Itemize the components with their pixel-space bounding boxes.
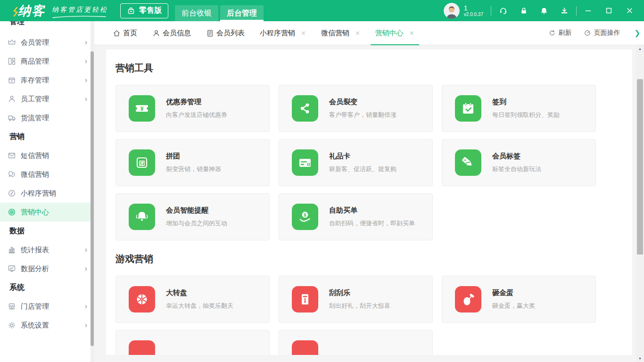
card[interactable]: 大转盘 幸运大转盘，抽奖乐翻天: [116, 276, 270, 323]
card-desc: 砸金蛋，赢大奖: [492, 302, 535, 310]
sidebar-entry[interactable]: 统计报表 ›: [0, 240, 94, 259]
chevron-right-icon: ›: [85, 95, 87, 103]
service-icon[interactable]: [499, 6, 508, 15]
tab-close-icon[interactable]: ✕: [409, 30, 414, 37]
sidebar-entry[interactable]: 系统 ›: [0, 278, 94, 297]
refresh-button[interactable]: 刷新: [548, 29, 571, 37]
svg-text:团: 团: [139, 160, 145, 167]
scroll-up-icon[interactable]: ▲: [636, 45, 644, 52]
refresh-icon: [548, 29, 556, 37]
sidebar-entry[interactable]: 库存管理 ›: [0, 71, 94, 90]
logo-yellow-accent: [13, 7, 18, 17]
sidebar-entry[interactable]: 管理 ›: [0, 21, 94, 33]
card[interactable]: 刮刮乐 刮出好礼，刮开大惊喜: [279, 276, 433, 323]
main-scrollbar[interactable]: ▲ ▼: [636, 45, 644, 362]
sidebar-scrollbar-thumb[interactable]: [91, 51, 94, 346]
window-controls: [584, 7, 634, 15]
maximize-icon[interactable]: [605, 7, 613, 15]
sidebar-entry[interactable]: 数据 ›: [0, 222, 94, 240]
logo-text: 纳客: [18, 4, 45, 18]
sidebar-entry[interactable]: 数据分析 ›: [0, 259, 94, 278]
tab[interactable]: 首页 ✕: [106, 21, 144, 45]
card[interactable]: 团 拼团 裂变营销，销量神器: [116, 139, 270, 186]
svg-text:¥: ¥: [140, 106, 144, 112]
card[interactable]: 签到 每日签到领取积分、奖励: [442, 85, 596, 132]
sidebar-entry[interactable]: 系统设置 ›: [0, 316, 94, 335]
report-icon: [8, 246, 16, 254]
card-title: 会员智能提醒: [166, 206, 227, 215]
topbar-divider-2: [576, 6, 577, 16]
checkin-icon: [455, 95, 481, 122]
user-block[interactable]: 1 v2.0.0.37: [444, 3, 483, 19]
tabbar: 首页 ✕ 会员信息 ✕ 会员列表 ✕ 小程序营销 ✕: [94, 21, 644, 45]
card-title: 优惠券管理: [166, 98, 227, 107]
card-title: 拼团: [166, 152, 221, 161]
marketing-panel: 营销工具 ¥ 优惠券管理 向客户发送店铺优惠券: [106, 49, 632, 355]
target-icon: [8, 208, 16, 216]
card[interactable]: 砸金蛋 砸金蛋，赢大奖: [442, 276, 596, 323]
tab[interactable]: 会员列表 ✕: [199, 21, 251, 45]
tab[interactable]: 会员信息 ✕: [146, 21, 198, 45]
sidebar-entry[interactable]: 微信营销 ›: [0, 165, 94, 184]
sidebar-entry[interactable]: 门店管理 ›: [0, 297, 94, 316]
topbar-icons: [499, 6, 569, 15]
tab[interactable]: 微信营销 ✕: [314, 21, 367, 45]
section-title: 游戏营销: [116, 240, 632, 265]
app-version: v2.0.0.37: [464, 12, 483, 17]
card[interactable]: 礼品卡 获新客、促活跃、提复购: [279, 139, 433, 186]
card-title: 礼品卡: [329, 152, 396, 161]
settings-icon: [8, 321, 16, 329]
edition-button[interactable]: 零售版: [120, 3, 168, 18]
tab-close-icon[interactable]: ✕: [301, 30, 306, 37]
card[interactable]: 会员智能提醒 增加与会员之间的互动: [116, 193, 270, 240]
lock-icon[interactable]: [520, 7, 528, 15]
sidebar-entry[interactable]: 商品管理 ›: [0, 52, 94, 71]
sidebar-entry[interactable]: 会员管理 ›: [0, 33, 94, 52]
tab[interactable]: 营销中心 ✕: [369, 21, 421, 45]
tab-scroll-right-icon[interactable]: ❯: [634, 29, 640, 37]
nav-front-cashier[interactable]: 前台收银: [175, 5, 218, 21]
member-icon: [152, 29, 160, 37]
card-desc: 增加与会员之间的互动: [166, 219, 227, 228]
card[interactable]: 会员裂变 客户带客户，销量翻倍涨: [279, 85, 433, 132]
coupon-icon: ¥: [129, 95, 155, 122]
card-title: 大转盘: [166, 288, 233, 297]
card[interactable]: [116, 330, 270, 355]
tab[interactable]: 小程序营销 ✕: [253, 21, 313, 45]
page-operations-button[interactable]: 页面操作: [584, 29, 620, 37]
scroll-down-icon[interactable]: ▼: [636, 355, 644, 362]
sidebar-entry[interactable]: 短信营销 ›: [0, 146, 94, 165]
marketing-section: 游戏营销 大转盘 幸运大转盘，抽奖乐翻天: [106, 240, 632, 355]
card-title: 刮刮乐: [329, 288, 390, 297]
minimize-icon[interactable]: [584, 7, 592, 15]
sidebar-entry[interactable]: 营销 ›: [0, 127, 94, 146]
card[interactable]: ¥ 优惠券管理 向客户发送店铺优惠券: [116, 85, 270, 132]
remind-icon: [129, 204, 155, 230]
card-title: 会员裂变: [329, 98, 396, 107]
topbar: 纳客 纳客管店更轻松 零售版 前台收银 后台管理 1 v: [0, 0, 644, 21]
card-title: 砸金蛋: [492, 288, 535, 297]
main-scrollbar-thumb[interactable]: [637, 79, 643, 255]
store-icon: [8, 302, 16, 311]
card-desc: 幸运大转盘，抽奖乐翻天: [166, 302, 233, 310]
card[interactable]: 会员标签 标签全自动新玩法: [442, 139, 596, 186]
sidebar-entry[interactable]: 营销中心 ›: [0, 203, 94, 222]
wheel-icon: [129, 286, 155, 313]
nav-backstage[interactable]: 后台管理: [220, 5, 264, 21]
bell-icon[interactable]: [540, 7, 548, 15]
tab-close-icon[interactable]: ✕: [355, 30, 360, 37]
sidebar-entry[interactable]: 员工管理 ›: [0, 90, 94, 108]
tabbar-actions: 刷新 页面操作 ❯: [548, 29, 644, 37]
card[interactable]: ¥ 自助买单 自助扫码，便捷省时，即刻买单: [279, 193, 433, 240]
card-desc: 刮出好礼，刮开大惊喜: [329, 302, 390, 310]
user-name: 1: [464, 4, 483, 12]
download-icon[interactable]: [560, 7, 569, 15]
card[interactable]: [279, 330, 433, 355]
sidebar-entry[interactable]: 货流管理 ›: [0, 108, 94, 127]
card-desc: 获新客、促活跃、提复购: [329, 165, 396, 173]
section-title: 营销工具: [116, 49, 632, 74]
top-nav: 前台收银 后台管理: [175, 5, 265, 21]
list-icon: [206, 29, 214, 37]
sidebar-entry[interactable]: 小程序营销 ›: [0, 184, 94, 203]
close-icon[interactable]: [626, 7, 634, 15]
